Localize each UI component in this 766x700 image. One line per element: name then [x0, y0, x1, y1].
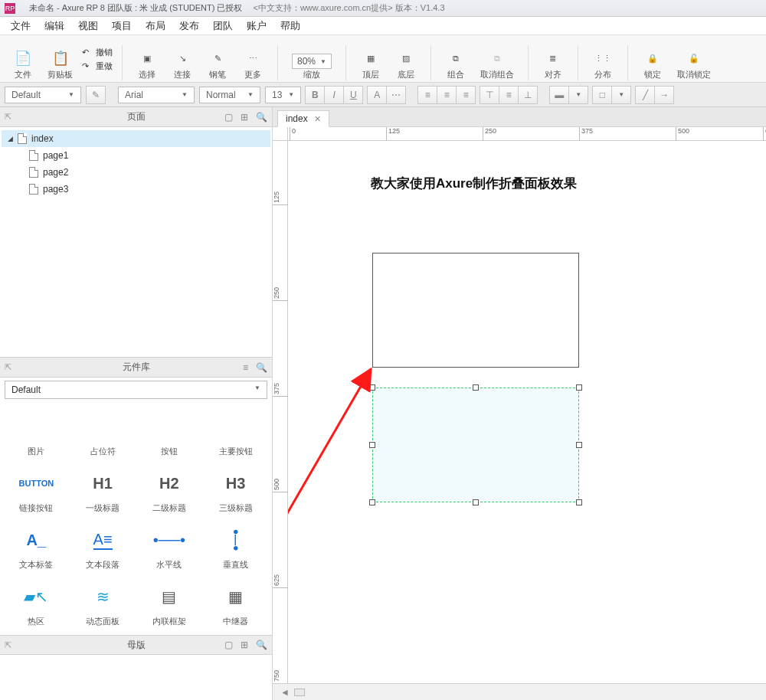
tb-connect[interactable]: ↘连接: [167, 47, 198, 80]
border-dd[interactable]: ▼: [611, 86, 631, 104]
page-icon: [29, 150, 38, 161]
tree-item-page1[interactable]: page1: [2, 147, 270, 164]
pointer-icon: ▣: [136, 47, 158, 69]
fill-dd[interactable]: ▼: [568, 86, 588, 104]
menu-team[interactable]: 团队: [213, 19, 233, 33]
tb-file[interactable]: 📄 文件: [8, 47, 38, 80]
style-combo[interactable]: Default▼: [5, 87, 81, 103]
widget-dynamic-panel[interactable]: ≋动态面板: [70, 577, 136, 630]
scroll-left-icon[interactable]: ◄: [280, 687, 290, 698]
tb-back[interactable]: ▨底层: [391, 47, 421, 80]
tb-undo[interactable]: ↶撤销: [82, 47, 113, 58]
widget-placeholder[interactable]: 占位符: [70, 407, 136, 460]
tb-lock[interactable]: 🔒锁定: [637, 47, 668, 80]
valign-top-button[interactable]: ⊤: [480, 86, 499, 104]
widget-h2[interactable]: H2二级标题: [136, 463, 203, 517]
search-library-icon[interactable]: 🔍: [256, 362, 267, 373]
collapse-icon[interactable]: ◢: [8, 135, 13, 142]
menu-help[interactable]: 帮助: [280, 19, 300, 33]
menu-view[interactable]: 视图: [78, 19, 98, 33]
widget-iframe[interactable]: ▤内联框架: [136, 577, 203, 630]
align-left-button[interactable]: ≡: [417, 86, 437, 104]
widget-text-label[interactable]: A_文本标签: [3, 520, 70, 574]
chevron-down-icon: ▼: [320, 58, 326, 65]
tree-root-index[interactable]: ◢ index: [2, 130, 270, 147]
menu-file[interactable]: 文件: [11, 19, 31, 33]
canvas-rectangle-2-selected[interactable]: [372, 388, 579, 502]
tree-item-page3[interactable]: page3: [2, 181, 270, 198]
tb-group-btn[interactable]: ⧉组合: [440, 47, 471, 80]
line-button[interactable]: ╱: [635, 86, 655, 104]
text-color-button[interactable]: A: [367, 86, 387, 104]
weight-combo[interactable]: Normal▼: [199, 87, 260, 103]
widget-vline[interactable]: •─•垂直线: [202, 520, 269, 574]
underline-button[interactable]: U: [343, 86, 363, 104]
design-canvas[interactable]: 教大家使用Axure制作折叠面板效果: [288, 141, 766, 700]
left-panel: ⇱ 页面 ▢ ⊞ 🔍 ◢ index page1 page2 page3 ⇱ 元…: [0, 107, 273, 700]
tb-distribute[interactable]: ⋮⋮分布: [588, 47, 618, 80]
library-combo[interactable]: Default▼: [5, 381, 267, 399]
add-master-folder-icon[interactable]: ⊞: [241, 639, 248, 650]
canvas-rectangle-1[interactable]: [372, 253, 579, 368]
menu-publish[interactable]: 发布: [179, 19, 199, 33]
widget-image[interactable]: 图片: [3, 407, 70, 460]
tb-ungroup[interactable]: ⧉取消组合: [476, 47, 519, 80]
widget-button[interactable]: 按钮: [136, 407, 203, 460]
close-tab-icon[interactable]: ✕: [314, 114, 321, 124]
tb-front[interactable]: ▦顶层: [355, 47, 386, 80]
italic-button[interactable]: I: [324, 86, 344, 104]
widget-library-pane: ⇱ 元件库 ≡ 🔍 Default▼ 图片 占位符 按钮 主要按钮 BUTTON…: [0, 357, 272, 700]
border-button[interactable]: □: [592, 86, 612, 104]
tb-more[interactable]: ⋯更多: [237, 47, 268, 80]
tb-unlock[interactable]: 🔓取消锁定: [673, 47, 715, 80]
align-center-button[interactable]: ≡: [437, 86, 457, 104]
valign-mid-button[interactable]: ≡: [499, 86, 519, 104]
canvas-area: index ✕ 0 125 250 375 500 625 125 250 37…: [273, 107, 766, 700]
widget-repeater[interactable]: ▦中继器: [202, 577, 269, 630]
fill-button[interactable]: ▬: [549, 86, 569, 104]
widget-hline[interactable]: •──•水平线: [136, 520, 203, 574]
pin-icon[interactable]: ⇱: [5, 112, 11, 122]
valign-bot-button[interactable]: ⊥: [518, 86, 538, 104]
tb-align[interactable]: ≣对齐: [538, 47, 568, 80]
widget-hotspot[interactable]: ▰↖热区: [3, 577, 70, 630]
add-page-icon[interactable]: ▢: [224, 112, 233, 123]
group-icon: ⧉: [445, 47, 466, 69]
ruler-horizontal: 0 125 250 375 500 625: [288, 127, 766, 141]
tree-item-page2[interactable]: page2: [2, 164, 270, 181]
add-master-icon[interactable]: ▢: [224, 639, 233, 650]
canvas-heading-text[interactable]: 教大家使用Axure制作折叠面板效果: [371, 175, 577, 192]
widget-paragraph[interactable]: A≡文本段落: [70, 520, 136, 574]
pin-icon[interactable]: ⇱: [5, 640, 11, 650]
widget-h3[interactable]: H3三级标题: [202, 463, 269, 517]
hscroll-thumb[interactable]: [294, 689, 305, 696]
svg-line-0: [288, 369, 371, 631]
arrow-button[interactable]: →: [654, 86, 674, 104]
tb-zoom[interactable]: 80%▼ 缩放: [287, 54, 336, 80]
bold-button[interactable]: B: [305, 86, 325, 104]
menu-edit[interactable]: 编辑: [44, 19, 64, 33]
more-text-button[interactable]: ⋯: [386, 86, 406, 104]
tb-redo[interactable]: ↷重做: [82, 61, 113, 72]
font-combo[interactable]: Arial▼: [118, 87, 195, 103]
pin-icon[interactable]: ⇱: [5, 362, 11, 372]
search-pages-icon[interactable]: 🔍: [256, 112, 267, 123]
menu-account[interactable]: 账户: [247, 19, 267, 33]
align-right-button[interactable]: ≡: [456, 86, 476, 104]
tb-clipboard[interactable]: 📋 剪贴板: [43, 47, 77, 80]
widget-primary-button[interactable]: 主要按钮: [202, 407, 269, 460]
size-combo[interactable]: 13▼: [265, 87, 301, 103]
doc-tab-index[interactable]: index ✕: [277, 110, 329, 127]
widget-link-button[interactable]: BUTTON链接按钮: [3, 463, 70, 517]
add-folder-icon[interactable]: ⊞: [241, 112, 248, 123]
library-menu-icon[interactable]: ≡: [243, 362, 248, 373]
widget-h1[interactable]: H1一级标题: [70, 463, 136, 517]
masters-pane-header: ⇱ 母版 ▢ ⊞ 🔍: [0, 635, 272, 655]
tb-pen[interactable]: ✎钢笔: [202, 47, 233, 80]
search-masters-icon[interactable]: 🔍: [256, 639, 267, 650]
menu-arrange[interactable]: 布局: [146, 19, 165, 33]
menu-project[interactable]: 项目: [112, 19, 132, 33]
tb-select[interactable]: ▣选择: [132, 47, 162, 80]
widget-grid: 图片 占位符 按钮 主要按钮 BUTTON链接按钮 H1一级标题 H2二级标题 …: [0, 402, 272, 635]
style-manage-icon[interactable]: ✎: [86, 86, 106, 104]
